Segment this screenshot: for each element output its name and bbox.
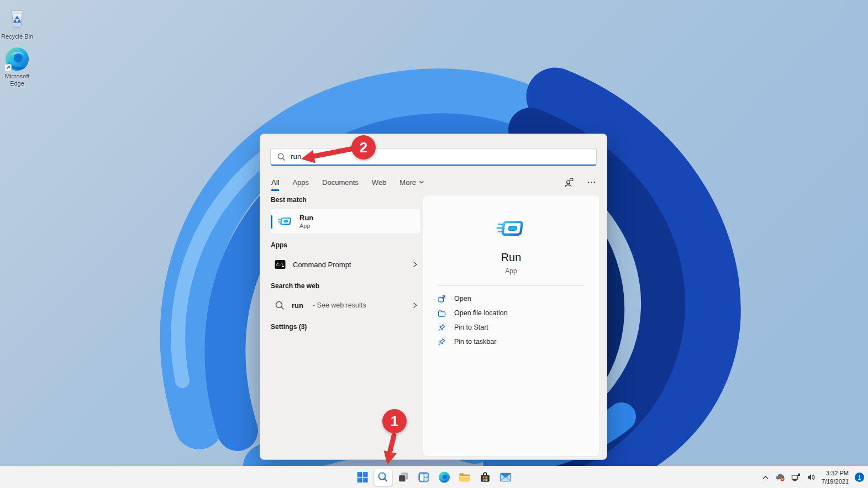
search-box[interactable]	[270, 148, 597, 166]
network-icon[interactable]	[791, 473, 801, 481]
result-run-best-match[interactable]: Run App	[270, 209, 420, 234]
folder-icon	[438, 309, 446, 317]
mail-icon	[499, 471, 512, 484]
taskbar: 3:32 PM 7/19/2021 1	[0, 466, 868, 488]
desktop-icon-recycle-bin[interactable]: Recycle Bin	[0, 6, 39, 40]
more-options-icon[interactable]	[587, 181, 596, 184]
volume-icon[interactable]	[807, 473, 816, 481]
taskbar-file-explorer-button[interactable]	[455, 469, 474, 486]
command-prompt-icon: C:\	[275, 259, 286, 270]
search-icon	[275, 300, 285, 310]
task-view-icon	[397, 471, 410, 484]
taskbar-store-button[interactable]	[476, 469, 495, 486]
taskbar-edge-button[interactable]	[435, 469, 454, 486]
action-open-file-location[interactable]: Open file location	[438, 306, 585, 320]
search-flyout: All Apps Documents Web More	[260, 134, 607, 460]
taskbar-clock[interactable]: 3:32 PM 7/19/2021	[822, 469, 849, 486]
annotation-step-1: 1	[382, 409, 407, 433]
edge-icon	[4, 46, 30, 72]
tray-time: 3:32 PM	[822, 469, 849, 478]
search-icon	[377, 471, 390, 484]
section-header-web: Search the web	[271, 282, 420, 290]
result-note: - See web results	[313, 301, 366, 309]
selection-accent-bar	[271, 215, 272, 229]
section-header-best-match: Best match	[271, 196, 420, 204]
desktop-icon-microsoft-edge[interactable]: Microsoft Edge	[0, 46, 39, 87]
taskbar-task-view-button[interactable]	[394, 469, 413, 486]
desktop-icon-label: Recycle Bin	[0, 33, 35, 40]
active-tab-underline	[271, 189, 280, 191]
run-app-icon-large	[423, 214, 599, 243]
section-header-apps: Apps	[271, 241, 420, 249]
chevron-down-icon	[419, 179, 424, 185]
windows-start-icon	[356, 471, 369, 484]
action-pin-to-taskbar[interactable]: Pin to taskbar	[438, 335, 585, 349]
search-icon	[277, 152, 286, 161]
tab-apps[interactable]: Apps	[292, 178, 309, 187]
result-web-run[interactable]: run - See web results	[270, 295, 420, 316]
recycle-bin-icon	[5, 6, 29, 32]
desktop-icon-label: Microsoft Edge	[0, 73, 35, 87]
taskbar-widgets-button[interactable]	[414, 469, 433, 486]
search-filter-tabs: All Apps Documents Web More	[271, 174, 596, 190]
widgets-icon	[418, 471, 430, 484]
annotation-step-2: 2	[351, 135, 376, 160]
action-open[interactable]: Open	[438, 291, 585, 306]
tray-date: 7/19/2021	[822, 478, 849, 486]
section-header-settings: Settings (3)	[271, 323, 420, 331]
notification-badge[interactable]: 1	[855, 473, 864, 482]
result-title: Run	[299, 214, 313, 222]
detail-title: Run	[423, 251, 599, 264]
tab-all[interactable]: All	[271, 178, 279, 187]
taskbar-search-button[interactable]	[373, 469, 392, 486]
tab-web[interactable]: Web	[372, 178, 387, 187]
pin-icon	[438, 338, 446, 346]
shortcut-arrow-icon	[4, 64, 12, 71]
microsoft-store-icon	[479, 471, 492, 484]
account-icon[interactable]	[564, 177, 574, 188]
system-tray: 3:32 PM 7/19/2021 1	[762, 466, 864, 488]
taskbar-start-button[interactable]	[353, 469, 372, 486]
onedrive-error-icon[interactable]	[775, 473, 785, 481]
chevron-right-icon[interactable]	[412, 302, 418, 309]
action-pin-to-start[interactable]: Pin to Start	[438, 320, 585, 335]
search-input[interactable]	[291, 152, 590, 161]
detail-subtitle: App	[423, 267, 599, 275]
chevron-right-icon[interactable]	[412, 261, 418, 268]
edge-icon	[438, 471, 451, 484]
open-icon	[438, 295, 446, 303]
windows-desktop: Recycle Bin Microsoft Edge	[0, 0, 868, 488]
taskbar-mail-button[interactable]	[496, 469, 515, 486]
run-app-icon	[278, 214, 292, 229]
result-subtitle: App	[299, 222, 313, 229]
result-detail-panel: Run App Open Open file location	[423, 195, 599, 457]
chevron-up-icon[interactable]	[762, 474, 769, 481]
pin-icon	[438, 323, 446, 332]
tab-documents[interactable]: Documents	[322, 178, 359, 187]
divider	[438, 285, 585, 286]
tab-more[interactable]: More	[399, 178, 424, 187]
result-command-prompt[interactable]: C:\ Command Prompt	[270, 254, 420, 275]
file-explorer-icon	[459, 471, 471, 484]
search-results-list: Best match	[270, 196, 420, 336]
